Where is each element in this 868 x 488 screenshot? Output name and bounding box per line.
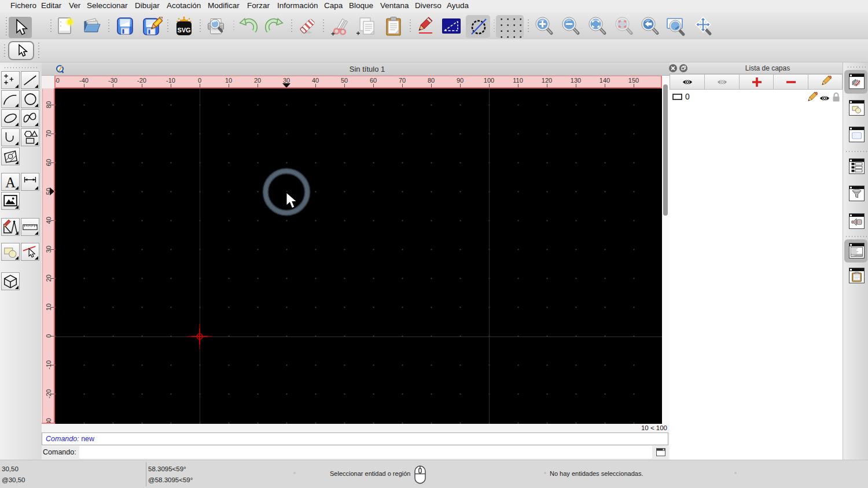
svg-text:SVG: SVG — [177, 27, 190, 34]
svg-text:> command: > command — [852, 254, 862, 257]
svg-text:A: A — [5, 175, 16, 190]
